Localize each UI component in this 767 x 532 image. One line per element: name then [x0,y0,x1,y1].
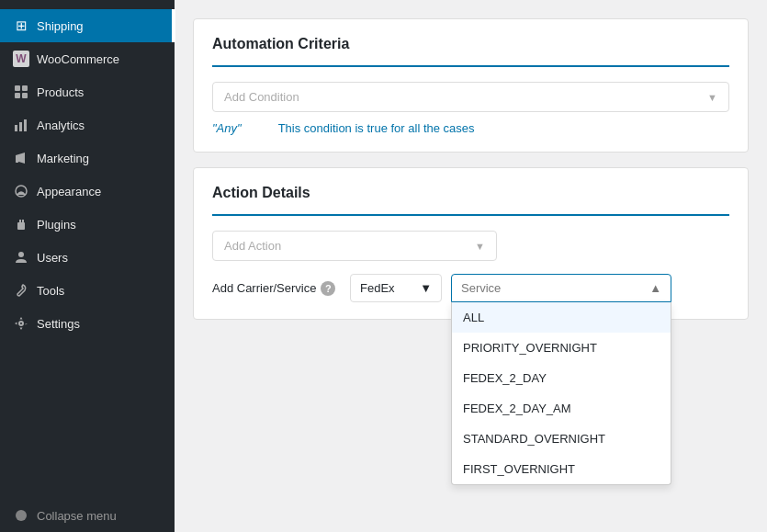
svg-rect-4 [15,125,17,131]
service-option-fedex-2-day[interactable]: FEDEX_2_DAY [452,363,671,393]
service-option-standard-overnight[interactable]: STANDARD_OVERNIGHT [452,424,671,454]
service-dropdown-list: ALL PRIORITY_OVERNIGHT FEDEX_2_DAY FEDEX… [451,302,671,485]
action-details-card: Action Details Add Action ▼ Add Carrier/… [193,167,749,320]
sidebar-item-label: Analytics [37,119,85,132]
svg-rect-2 [15,93,20,98]
sidebar-item-plugins[interactable]: Plugins [0,208,175,241]
criteria-divider [212,65,729,67]
condition-chevron-down-icon: ▼ [707,92,717,103]
service-option-fedex-2-day-am[interactable]: FEDEX_2_DAY_AM [452,393,671,424]
settings-icon [13,315,29,332]
condition-info: "Any" This condition is true for all the… [212,121,729,135]
collapse-label: Collapse menu [37,509,117,523]
svg-rect-10 [19,220,21,223]
sidebar-item-users[interactable]: Users [0,241,175,274]
condition-any-label: "Any" [212,121,242,135]
collapse-menu[interactable]: Collapse menu [0,499,175,532]
svg-point-13 [16,510,27,521]
sidebar-item-appearance[interactable]: Appearance [0,175,175,208]
sidebar-item-products[interactable]: Products [0,75,175,108]
marketing-icon [13,150,29,166]
svg-rect-3 [22,93,28,98]
sidebar-item-label: Plugins [37,218,76,232]
sidebar-item-shipping[interactable]: ⊞ Shipping [0,9,175,42]
action-chevron-down-icon: ▼ [475,241,485,252]
condition-description: This condition is true for all the cases [278,121,475,135]
sidebar-item-tools[interactable]: Tools [0,274,175,307]
appearance-icon [13,183,29,199]
service-option-first-overnight[interactable]: FIRST_OVERNIGHT [452,454,671,484]
svg-rect-9 [17,222,25,230]
sidebar: ⊞ Shipping W WooCommerce Products Analyt… [0,0,175,532]
action-details-title: Action Details [212,185,729,201]
sidebar-item-marketing[interactable]: Marketing [0,141,175,175]
add-action-label: Add Action [224,239,281,253]
svg-rect-6 [24,119,27,131]
sidebar-item-label: Tools [37,284,64,298]
sidebar-item-label: Marketing [37,152,89,165]
woocommerce-icon: W [13,51,29,67]
sidebar-item-label: Shipping [37,19,84,33]
analytics-icon [13,117,29,133]
svg-rect-1 [22,85,28,91]
add-carrier-label: Add Carrier/Service [212,281,316,295]
svg-rect-7 [16,158,18,163]
svg-rect-11 [22,220,24,223]
sidebar-item-settings[interactable]: Settings [0,307,175,340]
service-select[interactable]: Service ▲ [451,274,671,302]
svg-point-12 [18,252,24,257]
products-icon [13,84,29,100]
sidebar-item-label: Users [37,251,68,265]
sidebar-item-label: Settings [37,317,80,331]
sidebar-item-woocommerce[interactable]: W WooCommerce [0,42,175,75]
svg-rect-5 [19,122,22,131]
add-action-dropdown[interactable]: Add Action ▼ [212,231,497,261]
svg-rect-0 [15,85,20,91]
tools-icon [13,282,29,299]
svg-point-8 [16,186,27,197]
action-divider [212,214,729,216]
main-content: Automation Criteria Add Condition ▼ "Any… [175,0,767,532]
carrier-service-row: Add Carrier/Service ? FedEx ▼ Service ▲ … [212,274,729,302]
carrier-chevron-down-icon: ▼ [420,281,432,295]
service-option-priority-overnight[interactable]: PRIORITY_OVERNIGHT [452,333,671,363]
service-chevron-up-icon: ▲ [649,281,661,295]
service-placeholder: Service [461,281,501,295]
automation-criteria-card: Automation Criteria Add Condition ▼ "Any… [193,18,749,153]
add-carrier-label-container: Add Carrier/Service ? [212,281,341,296]
carrier-value: FedEx [360,281,395,295]
shipping-icon: ⊞ [13,17,29,34]
sidebar-item-label: WooCommerce [37,52,119,66]
service-dropdown-wrapper: Service ▲ ALL PRIORITY_OVERNIGHT FEDEX_2… [451,274,671,302]
users-icon [13,249,29,266]
collapse-icon [13,507,29,524]
sidebar-item-label: Products [37,85,84,99]
plugins-icon [13,216,29,232]
sidebar-item-label: Appearance [37,185,101,198]
carrier-select[interactable]: FedEx ▼ [350,274,442,302]
service-option-all[interactable]: ALL [452,302,671,333]
add-condition-label: Add Condition [224,90,299,104]
automation-criteria-title: Automation Criteria [212,36,729,52]
sidebar-item-analytics[interactable]: Analytics [0,108,175,141]
help-icon[interactable]: ? [321,281,335,296]
add-condition-dropdown[interactable]: Add Condition ▼ [212,82,729,112]
